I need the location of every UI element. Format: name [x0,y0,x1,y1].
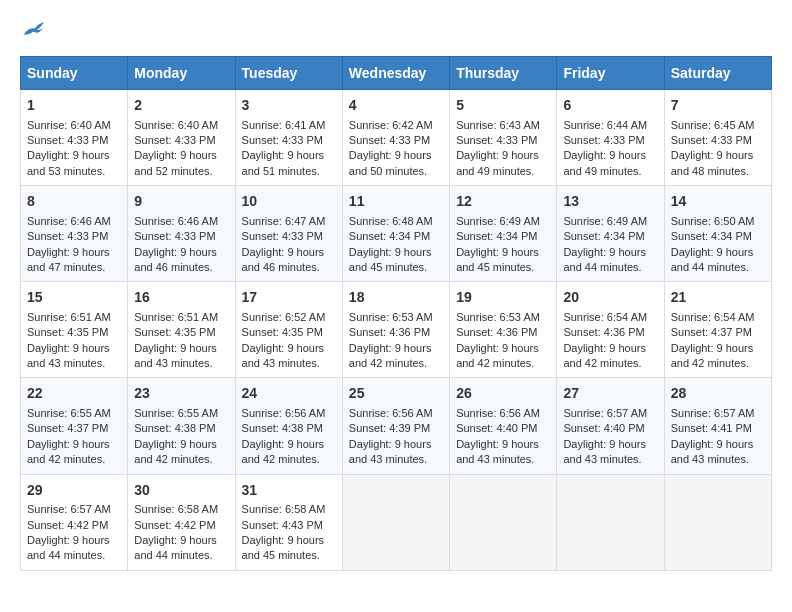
calendar-cell: 29 Sunrise: 6:57 AM Sunset: 4:42 PM Dayl… [21,474,128,570]
sunset-label: Sunset: 4:36 PM [456,326,537,338]
daylight-label: Daylight: 9 hours and 45 minutes. [456,246,539,273]
daylight-label: Daylight: 9 hours and 51 minutes. [242,149,325,176]
sunset-label: Sunset: 4:34 PM [349,230,430,242]
day-number: 17 [242,288,336,308]
sunset-label: Sunset: 4:40 PM [563,422,644,434]
day-number: 23 [134,384,228,404]
day-number: 4 [349,96,443,116]
sunrise-label: Sunrise: 6:48 AM [349,215,433,227]
sunrise-label: Sunrise: 6:46 AM [134,215,218,227]
sunset-label: Sunset: 4:35 PM [242,326,323,338]
calendar-week-1: 1 Sunrise: 6:40 AM Sunset: 4:33 PM Dayli… [21,90,772,186]
daylight-label: Daylight: 9 hours and 52 minutes. [134,149,217,176]
daylight-label: Daylight: 9 hours and 44 minutes. [27,534,110,561]
daylight-label: Daylight: 9 hours and 42 minutes. [242,438,325,465]
sunset-label: Sunset: 4:35 PM [134,326,215,338]
day-number: 7 [671,96,765,116]
sunset-label: Sunset: 4:43 PM [242,519,323,531]
calendar-cell: 12 Sunrise: 6:49 AM Sunset: 4:34 PM Dayl… [450,186,557,282]
calendar-cell [557,474,664,570]
day-number: 10 [242,192,336,212]
day-number: 22 [27,384,121,404]
daylight-label: Daylight: 9 hours and 48 minutes. [671,149,754,176]
day-number: 11 [349,192,443,212]
sunrise-label: Sunrise: 6:51 AM [134,311,218,323]
sunset-label: Sunset: 4:40 PM [456,422,537,434]
calendar-cell: 28 Sunrise: 6:57 AM Sunset: 4:41 PM Dayl… [664,378,771,474]
sunrise-label: Sunrise: 6:55 AM [134,407,218,419]
daylight-label: Daylight: 9 hours and 49 minutes. [563,149,646,176]
sunset-label: Sunset: 4:42 PM [27,519,108,531]
daylight-label: Daylight: 9 hours and 47 minutes. [27,246,110,273]
logo [20,20,46,40]
sunset-label: Sunset: 4:34 PM [563,230,644,242]
calendar-cell: 10 Sunrise: 6:47 AM Sunset: 4:33 PM Dayl… [235,186,342,282]
calendar-week-4: 22 Sunrise: 6:55 AM Sunset: 4:37 PM Dayl… [21,378,772,474]
column-header-monday: Monday [128,57,235,90]
calendar-body: 1 Sunrise: 6:40 AM Sunset: 4:33 PM Dayli… [21,90,772,571]
page-header [20,20,772,40]
sunrise-label: Sunrise: 6:55 AM [27,407,111,419]
sunrise-label: Sunrise: 6:42 AM [349,119,433,131]
sunrise-label: Sunrise: 6:56 AM [349,407,433,419]
daylight-label: Daylight: 9 hours and 45 minutes. [349,246,432,273]
daylight-label: Daylight: 9 hours and 46 minutes. [134,246,217,273]
calendar-cell: 18 Sunrise: 6:53 AM Sunset: 4:36 PM Dayl… [342,282,449,378]
day-number: 2 [134,96,228,116]
logo-bird-icon [22,20,46,40]
day-number: 18 [349,288,443,308]
sunset-label: Sunset: 4:33 PM [27,230,108,242]
sunset-label: Sunset: 4:33 PM [563,134,644,146]
column-header-friday: Friday [557,57,664,90]
day-number: 29 [27,481,121,501]
calendar-week-3: 15 Sunrise: 6:51 AM Sunset: 4:35 PM Dayl… [21,282,772,378]
daylight-label: Daylight: 9 hours and 42 minutes. [563,342,646,369]
day-number: 15 [27,288,121,308]
sunrise-label: Sunrise: 6:58 AM [134,503,218,515]
day-number: 5 [456,96,550,116]
day-number: 13 [563,192,657,212]
calendar-table: SundayMondayTuesdayWednesdayThursdayFrid… [20,56,772,571]
daylight-label: Daylight: 9 hours and 43 minutes. [134,342,217,369]
calendar-header-row: SundayMondayTuesdayWednesdayThursdayFrid… [21,57,772,90]
daylight-label: Daylight: 9 hours and 43 minutes. [456,438,539,465]
calendar-cell: 22 Sunrise: 6:55 AM Sunset: 4:37 PM Dayl… [21,378,128,474]
sunrise-label: Sunrise: 6:56 AM [456,407,540,419]
calendar-cell: 5 Sunrise: 6:43 AM Sunset: 4:33 PM Dayli… [450,90,557,186]
sunset-label: Sunset: 4:41 PM [671,422,752,434]
calendar-cell: 14 Sunrise: 6:50 AM Sunset: 4:34 PM Dayl… [664,186,771,282]
calendar-cell: 31 Sunrise: 6:58 AM Sunset: 4:43 PM Dayl… [235,474,342,570]
daylight-label: Daylight: 9 hours and 43 minutes. [671,438,754,465]
sunrise-label: Sunrise: 6:52 AM [242,311,326,323]
day-number: 30 [134,481,228,501]
sunset-label: Sunset: 4:35 PM [27,326,108,338]
sunrise-label: Sunrise: 6:49 AM [456,215,540,227]
sunset-label: Sunset: 4:36 PM [563,326,644,338]
calendar-cell: 6 Sunrise: 6:44 AM Sunset: 4:33 PM Dayli… [557,90,664,186]
sunset-label: Sunset: 4:42 PM [134,519,215,531]
calendar-cell: 26 Sunrise: 6:56 AM Sunset: 4:40 PM Dayl… [450,378,557,474]
daylight-label: Daylight: 9 hours and 44 minutes. [134,534,217,561]
sunset-label: Sunset: 4:37 PM [671,326,752,338]
calendar-cell: 25 Sunrise: 6:56 AM Sunset: 4:39 PM Dayl… [342,378,449,474]
sunrise-label: Sunrise: 6:53 AM [349,311,433,323]
daylight-label: Daylight: 9 hours and 45 minutes. [242,534,325,561]
calendar-cell: 13 Sunrise: 6:49 AM Sunset: 4:34 PM Dayl… [557,186,664,282]
sunrise-label: Sunrise: 6:57 AM [563,407,647,419]
daylight-label: Daylight: 9 hours and 43 minutes. [563,438,646,465]
day-number: 16 [134,288,228,308]
sunset-label: Sunset: 4:33 PM [27,134,108,146]
calendar-cell: 17 Sunrise: 6:52 AM Sunset: 4:35 PM Dayl… [235,282,342,378]
sunset-label: Sunset: 4:34 PM [456,230,537,242]
sunrise-label: Sunrise: 6:54 AM [671,311,755,323]
daylight-label: Daylight: 9 hours and 42 minutes. [671,342,754,369]
daylight-label: Daylight: 9 hours and 44 minutes. [671,246,754,273]
sunrise-label: Sunrise: 6:46 AM [27,215,111,227]
calendar-cell: 16 Sunrise: 6:51 AM Sunset: 4:35 PM Dayl… [128,282,235,378]
sunrise-label: Sunrise: 6:58 AM [242,503,326,515]
day-number: 21 [671,288,765,308]
column-header-sunday: Sunday [21,57,128,90]
calendar-cell: 2 Sunrise: 6:40 AM Sunset: 4:33 PM Dayli… [128,90,235,186]
calendar-cell: 21 Sunrise: 6:54 AM Sunset: 4:37 PM Dayl… [664,282,771,378]
daylight-label: Daylight: 9 hours and 49 minutes. [456,149,539,176]
